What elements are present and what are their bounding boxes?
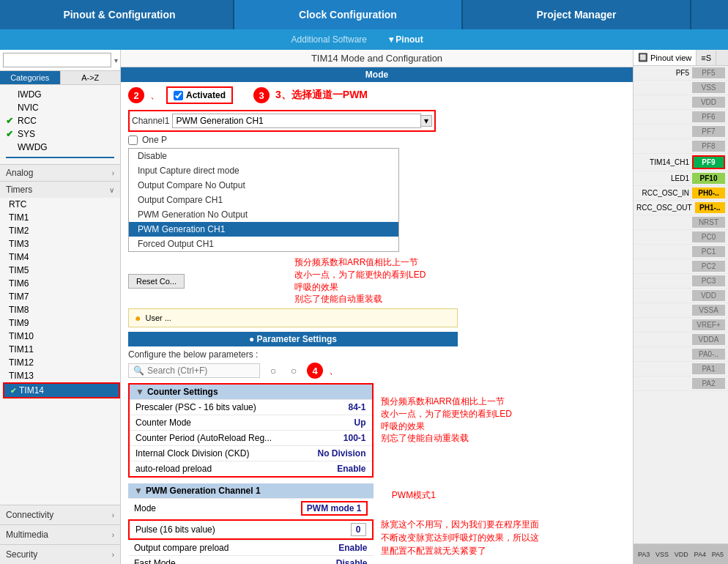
step2-circle: 2	[128, 87, 144, 103]
comma: 、	[150, 89, 160, 102]
rcc-osc-in-label: RCC_OSC_IN	[636, 189, 692, 197]
sidebar-item-tim14[interactable]: ✔TIM14	[3, 382, 120, 398]
sidebar-item-tim7[interactable]: TIM7	[3, 290, 120, 303]
sidebar: ▾ ⚙ Categories A->Z IWDG NVIC ✔RCC ✔SYS …	[0, 50, 121, 564]
annotation-pwm-mode: PWM模式1	[392, 490, 436, 500]
tab-az[interactable]: A->Z	[60, 71, 121, 84]
sidebar-item-tim8[interactable]: TIM8	[3, 303, 120, 316]
sidebar-item-tim9[interactable]: TIM9	[3, 316, 120, 330]
timers-arrow: ∨	[109, 186, 114, 194]
group-timers[interactable]: Timers ∨	[0, 181, 120, 198]
sidebar-item-tim4[interactable]: TIM4	[3, 251, 120, 264]
dropdown-item-output-no-output[interactable]: Output Compare No Output	[129, 178, 398, 193]
counter-row-3: Internal Clock Division (CKD) No Divisio…	[130, 445, 372, 461]
counter-row-2: Counter Period (AutoReload Reg... 100-1	[130, 430, 372, 445]
counter-row-0: Prescaler (PSC - 16 bits value) 84-1	[130, 399, 372, 415]
sidebar-item-tim13[interactable]: TIM13	[3, 369, 120, 382]
reset-config-button[interactable]: Reset Co...	[128, 274, 185, 289]
list-icon: ≡S	[701, 53, 711, 62]
sidebar-item-tim1[interactable]: TIM1	[3, 211, 120, 224]
tab-categories[interactable]: Categories	[0, 71, 60, 84]
security-arrow: ›	[112, 551, 114, 559]
nav-pinout[interactable]: Pinout & Configuration	[6, 0, 234, 29]
search-dropdown-icon[interactable]: ▾	[114, 56, 118, 64]
group-security[interactable]: Security ›	[0, 544, 120, 564]
ph0-pin: PH0-..	[692, 188, 725, 198]
nav-clock[interactable]: Clock Configuration	[234, 0, 463, 29]
pf10-pin: PF10	[692, 173, 725, 184]
pwm-mode-value: PWM mode 1	[301, 501, 368, 516]
sidebar-item-tim2[interactable]: TIM2	[3, 224, 120, 237]
counter-settings-box: ▼ Counter Settings Prescaler (PSC - 16 b…	[128, 383, 374, 478]
sidebar-item-tim3[interactable]: TIM3	[3, 237, 120, 251]
dropdown-item-pwm-no-output[interactable]: PWM Generation No Output	[129, 207, 398, 222]
activated-label: Activated	[186, 90, 226, 100]
counter-settings-header: ▼ Counter Settings	[130, 385, 372, 399]
group-analog[interactable]: Analog ›	[0, 164, 120, 181]
subnav-pinout[interactable]: ▾ Pinout	[389, 34, 423, 45]
sidebar-item-tim10[interactable]: TIM10	[3, 330, 120, 343]
annotation-counter: 预分频系数和ARR值相比上一节 改小一点，为了能更快的看到LED 呼吸的效果 别…	[294, 256, 426, 305]
step3-circle: 3	[253, 87, 270, 103]
annotation3: 3、选择通道一PWM	[275, 89, 368, 102]
pwm-row-pulse: Pulse (16 bits value) 0	[128, 519, 374, 540]
nav-project[interactable]: Project Manager	[463, 0, 691, 29]
subnav-software[interactable]: Additional Software	[291, 34, 367, 45]
dropdown-item-forced[interactable]: Forced Output CH1	[129, 237, 398, 251]
search-input[interactable]	[3, 53, 111, 67]
param-search-input[interactable]	[147, 366, 257, 376]
pwm-header: ▼ PWM Generation Channel 1	[128, 483, 374, 498]
mode-bar: Mode	[121, 67, 633, 82]
counter-row-1: Counter Mode Up	[130, 415, 372, 430]
main-content: TIM14 Mode and Configuration Mode 2 、 Ac…	[121, 50, 633, 564]
activated-checkbox[interactable]	[174, 91, 183, 100]
param-icon-1[interactable]: ○	[266, 365, 281, 376]
param-icon-2[interactable]: ○	[286, 365, 301, 376]
sidebar-item-rtc[interactable]: RTC	[3, 198, 120, 211]
dropdown-item-input-capture[interactable]: Input Capture direct mode	[129, 163, 398, 178]
tim14-ch1-label: TIM14_CH1	[636, 158, 692, 166]
pwm-row-fast: Fast Mode Disable	[128, 555, 374, 564]
dropdown-item-output-ch1[interactable]: Output Compare CH1	[129, 193, 398, 207]
sidebar-item-tim12[interactable]: TIM12	[3, 356, 120, 369]
step4-circle: 4	[307, 363, 323, 379]
list-view-tab[interactable]: ≡S	[697, 51, 716, 65]
group-connectivity[interactable]: Connectivity ›	[0, 505, 120, 524]
multimedia-arrow: ›	[112, 531, 114, 539]
right-panel: 🔲 Pinout view ≡S PF5 PF5 VSS VDD	[633, 50, 728, 564]
pin-grid: PF5 PF5 VSS VDD PF6 PF7	[634, 66, 728, 543]
param-settings-header: ● Parameter Settings	[128, 332, 458, 346]
pwm-row-preload: Output compare preload Enable	[128, 540, 374, 555]
sidebar-item-wwdg[interactable]: WWDG	[0, 141, 120, 154]
ph1-pin: PH1-..	[695, 202, 725, 213]
sidebar-item-nvic[interactable]: NVIC	[0, 101, 120, 114]
configure-text: Configure the below parameters :	[128, 349, 625, 360]
sidebar-item-tim6[interactable]: TIM6	[3, 277, 120, 290]
pwm-channel-box: ▼ PWM Generation Channel 1 Mode PWM mode…	[128, 483, 374, 564]
sidebar-item-rcc[interactable]: ✔RCC	[0, 114, 120, 127]
group-multimedia[interactable]: Multimedia ›	[0, 524, 120, 544]
divider	[6, 157, 114, 158]
pinout-view-tab[interactable]: 🔲 Pinout view	[634, 50, 697, 65]
dropdown-item-pwm-ch1[interactable]: PWM Generation CH1	[129, 222, 398, 237]
user-info-bar: ● User ...	[128, 308, 458, 327]
sidebar-item-iwdg[interactable]: IWDG	[0, 88, 120, 101]
one-pulse-label: One P	[142, 135, 167, 145]
comma4: 、	[329, 364, 339, 377]
nav-extra	[691, 0, 728, 29]
sidebar-item-tim5[interactable]: TIM5	[3, 264, 120, 277]
annotation-right: 预分频系数和ARR值相比上一节 改小一点，为了能更快的看到LED 呼吸的效果 别…	[381, 383, 626, 557]
info-icon: ●	[135, 312, 141, 324]
channel-dropdown-menu: Disable Input Capture direct mode Output…	[128, 148, 399, 252]
rcc-osc-out-label: RCC_OSC_OUT	[636, 204, 695, 212]
channel-dropdown-icon[interactable]: ▾	[421, 115, 432, 127]
connectivity-arrow: ›	[112, 511, 114, 519]
dropdown-item-disable[interactable]: Disable	[129, 149, 398, 163]
channel-label: Channel1	[132, 116, 169, 126]
content-header: TIM14 Mode and Configuration	[121, 50, 633, 67]
one-pulse-checkbox[interactable]	[128, 136, 138, 145]
sidebar-item-sys[interactable]: ✔SYS	[0, 127, 120, 141]
sidebar-item-tim11[interactable]: TIM11	[3, 343, 120, 356]
channel-input[interactable]	[172, 114, 421, 128]
pf9-pin: PF9	[692, 155, 725, 169]
